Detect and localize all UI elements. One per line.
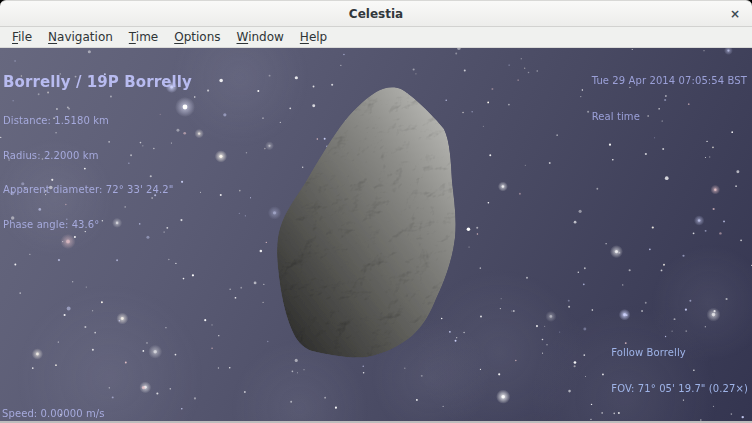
target-phase-angle: Phase angle: 43.6°: [3, 219, 192, 231]
target-apparent-diameter: Apparent diameter: 72° 33' 24.2": [3, 184, 192, 196]
window-title: Celestia: [349, 7, 403, 21]
menu-item-help[interactable]: Help: [292, 28, 335, 46]
asteroid-body[interactable]: [277, 87, 456, 357]
follow-mode: Follow Borrelly: [611, 347, 748, 359]
target-name: Borrelly / 19P Borrelly: [3, 74, 192, 91]
time-mode: Real time: [592, 111, 747, 123]
speed-readout: Speed: 0.00000 m/s: [2, 408, 105, 420]
menubar: FileNavigationTimeOptionsWindowHelp: [0, 27, 752, 48]
status-panel: Follow Borrelly FOV: 71° 05' 19.7" (0.27…: [611, 323, 748, 419]
time-panel: Tue 29 Apr 2014 07:05:54 BST Real time: [592, 51, 747, 147]
target-distance: Distance: 1.5180 km: [3, 115, 192, 127]
menu-item-options[interactable]: Options: [166, 28, 228, 46]
titlebar[interactable]: Celestia ×: [0, 0, 752, 27]
celestia-window: Celestia × FileNavigationTimeOptionsWind…: [0, 0, 752, 423]
menu-item-navigation[interactable]: Navigation: [40, 28, 121, 46]
menu-item-time[interactable]: Time: [121, 28, 166, 46]
fov-readout: FOV: 71° 05' 19.7" (0.27×): [611, 383, 748, 395]
target-info-panel: Borrelly / 19P Borrelly Distance: 1.5180…: [3, 51, 192, 253]
target-radius: Radius: 2.2000 km: [3, 150, 192, 162]
space-viewport[interactable]: Borrelly / 19P Borrelly Distance: 1.5180…: [0, 48, 752, 421]
current-datetime: Tue 29 Apr 2014 07:05:54 BST: [592, 75, 747, 87]
menu-item-window[interactable]: Window: [229, 28, 292, 46]
close-icon[interactable]: ×: [727, 6, 743, 22]
menu-item-file[interactable]: File: [4, 28, 40, 46]
